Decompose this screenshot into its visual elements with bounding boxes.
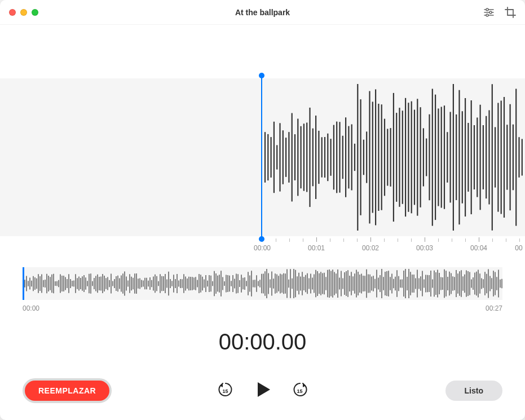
close-window-button[interactable]	[9, 9, 16, 16]
play-icon	[253, 380, 272, 399]
svg-point-4	[489, 11, 492, 14]
playhead[interactable]	[261, 76, 262, 239]
svg-marker-376	[258, 382, 270, 397]
voice-memos-edit-window: At the ballpark	[0, 0, 525, 420]
skip-forward-15-icon[interactable]: 15	[292, 381, 308, 400]
main-waveform-area[interactable]: 00:0000:0100:0200:0300:0400	[0, 25, 525, 228]
overview-area[interactable]: 00:00 00:27	[23, 267, 502, 312]
timeline-tick-label: 00:03	[416, 244, 433, 252]
skip-back-seconds-label: 15	[222, 388, 228, 394]
overview-start-label: 00:00	[23, 304, 39, 312]
skip-forward-seconds-label: 15	[297, 388, 302, 394]
svg-point-5	[486, 14, 488, 16]
transport-controls: 15 15	[217, 380, 308, 401]
skip-back-15-icon[interactable]: 15	[217, 381, 234, 400]
main-waveform	[0, 78, 525, 236]
timeline-tick-label: 00:01	[308, 244, 325, 252]
titlebar: At the ballpark	[0, 0, 525, 25]
timeline-tick-label: 00	[515, 244, 522, 252]
svg-point-3	[486, 8, 488, 11]
minimize-window-button[interactable]	[20, 9, 27, 16]
main-waveform-background: 00:0000:0100:0200:0300:0400	[0, 78, 525, 236]
play-button[interactable]	[253, 380, 272, 401]
timeline-tick-label: 00:00	[254, 244, 271, 252]
overview-time-labels: 00:00 00:27	[23, 304, 502, 312]
timeline-tick-label: 00:02	[362, 244, 379, 252]
overview-waveform	[23, 267, 502, 300]
settings-sliders-icon[interactable]	[483, 7, 495, 18]
fullscreen-window-button[interactable]	[32, 9, 38, 16]
window-title: At the ballpark	[235, 8, 290, 17]
replace-button[interactable]: REEMPLAZAR	[23, 378, 112, 403]
overview-waveform-background	[23, 267, 502, 300]
timeline-tick-label: 00:04	[470, 244, 487, 252]
overview-playhead[interactable]	[23, 267, 24, 300]
overview-end-label: 00:27	[486, 304, 502, 312]
current-time-display: 00:00.00	[0, 329, 525, 355]
controls-row: REEMPLAZAR 15	[0, 378, 525, 403]
done-button[interactable]: Listo	[445, 381, 502, 401]
crop-icon[interactable]	[505, 7, 516, 18]
title-actions	[483, 7, 516, 18]
window-controls	[9, 9, 38, 16]
